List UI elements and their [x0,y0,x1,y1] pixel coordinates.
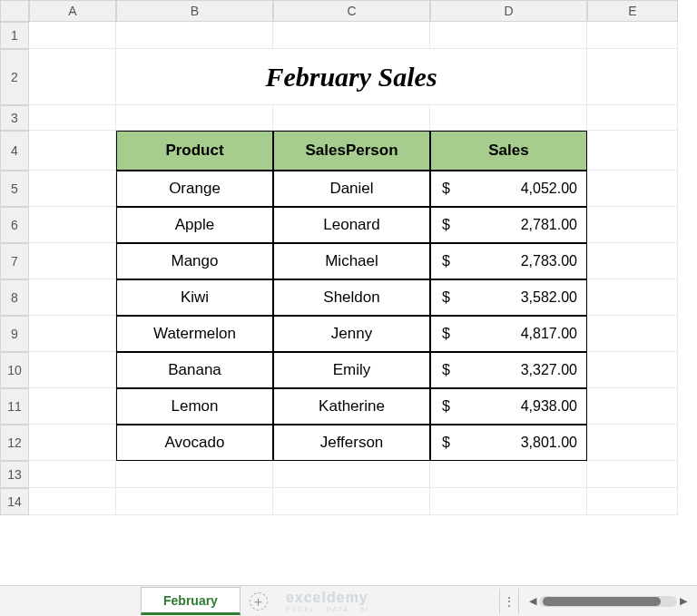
new-sheet-button[interactable]: ＋ [250,592,268,611]
col-header-A[interactable]: A [29,0,116,22]
sales-amount: 2,781.00 [450,217,577,233]
row-header-14[interactable]: 14 [0,488,29,515]
row-header-6[interactable]: 6 [0,207,29,243]
cell-sales[interactable]: $4,817.00 [430,316,587,352]
cell-sales[interactable]: $2,783.00 [430,243,587,279]
row-header-11[interactable]: 11 [0,388,29,425]
row-header-5[interactable]: 5 [0,171,29,207]
cell[interactable] [587,243,678,279]
cell[interactable] [29,316,116,352]
cell-sales[interactable]: $4,938.00 [430,388,587,425]
col-header-C[interactable]: C [273,0,430,22]
row-header-4[interactable]: 4 [0,131,29,171]
cell[interactable] [587,279,678,316]
cell[interactable] [29,207,116,243]
cell[interactable] [29,279,116,316]
spreadsheet-grid[interactable]: A B C D E 1 2 3 4 5 6 7 8 9 10 11 12 13 … [0,0,697,585]
cell-person[interactable]: Daniel [273,171,430,207]
scroll-left-icon[interactable]: ◀ [526,595,539,608]
cell-sales[interactable]: $4,052.00 [430,171,587,207]
cell-person[interactable]: Jefferson [273,425,430,461]
cell[interactable] [587,171,678,207]
cell[interactable] [29,131,116,171]
col-header-B[interactable]: B [116,0,273,22]
cell[interactable] [29,243,116,279]
cell-sales[interactable]: $3,327.00 [430,352,587,388]
horizontal-scrollbar[interactable]: ◀ ▶ [526,594,690,609]
cell[interactable] [587,488,678,515]
cell-person[interactable]: Katherine [273,388,430,425]
cell-person[interactable]: Sheldon [273,279,430,316]
cell[interactable] [587,207,678,243]
tab-menu-button[interactable]: ⋮ [499,589,519,614]
cell-sales[interactable]: $3,801.00 [430,425,587,461]
row-header-10[interactable]: 10 [0,352,29,388]
scrollbar-track[interactable] [539,596,677,607]
cell[interactable] [29,171,116,207]
cell-product[interactable]: Avocado [116,425,273,461]
col-header-E[interactable]: E [587,0,678,22]
cell[interactable] [587,49,678,105]
row-header-8[interactable]: 8 [0,279,29,316]
cell[interactable] [430,461,587,488]
th-sales[interactable]: Sales [430,131,587,171]
cell[interactable] [430,22,587,49]
cell[interactable] [29,461,116,488]
cell-sales[interactable]: $2,781.00 [430,207,587,243]
cell[interactable] [29,105,116,131]
cell[interactable] [587,461,678,488]
cell[interactable] [116,488,273,515]
cell-product[interactable]: Kiwi [116,279,273,316]
row-header-13[interactable]: 13 [0,461,29,488]
cell-product[interactable]: Banana [116,352,273,388]
currency-symbol: $ [442,326,450,342]
cell[interactable] [116,22,273,49]
cell-product[interactable]: Watermelon [116,316,273,352]
cell-product[interactable]: Mango [116,243,273,279]
cell[interactable] [116,461,273,488]
scrollbar-thumb[interactable] [543,597,661,606]
row-header-3[interactable]: 3 [0,105,29,131]
sales-amount: 3,327.00 [450,362,577,378]
cell[interactable] [29,49,116,105]
cell-person[interactable]: Michael [273,243,430,279]
row-header-12[interactable]: 12 [0,425,29,461]
cell[interactable] [273,22,430,49]
select-all-corner[interactable] [0,0,29,22]
row-header-7[interactable]: 7 [0,243,29,279]
cell-person[interactable]: Jenny [273,316,430,352]
cell-product[interactable]: Orange [116,171,273,207]
cell-sales[interactable]: $3,582.00 [430,279,587,316]
cell[interactable] [587,425,678,461]
row-header-2[interactable]: 2 [0,49,29,105]
th-salesperson[interactable]: SalesPerson [273,131,430,171]
row-header-1[interactable]: 1 [0,22,29,49]
cell[interactable] [587,316,678,352]
cell-product[interactable]: Apple [116,207,273,243]
cell[interactable] [29,488,116,515]
col-header-D[interactable]: D [430,0,587,22]
cell-person[interactable]: Emily [273,352,430,388]
cell-person[interactable]: Leonard [273,207,430,243]
cell[interactable] [587,22,678,49]
cell[interactable] [430,488,587,515]
scroll-right-icon[interactable]: ▶ [677,595,690,608]
cell[interactable] [29,425,116,461]
cell[interactable] [587,352,678,388]
cell[interactable] [587,105,678,131]
cell[interactable] [29,388,116,425]
cell[interactable] [273,488,430,515]
cell-product[interactable]: Lemon [116,388,273,425]
th-product[interactable]: Product [116,131,273,171]
page-title[interactable]: February Sales [116,49,587,105]
sheet-tab-february[interactable]: February [141,587,241,615]
cell[interactable] [29,352,116,388]
cell[interactable] [587,388,678,425]
cell[interactable] [273,461,430,488]
cell[interactable] [430,105,587,131]
cell[interactable] [587,131,678,171]
cell[interactable] [29,22,116,49]
row-header-9[interactable]: 9 [0,316,29,352]
cell[interactable] [116,105,273,131]
cell[interactable] [273,105,430,131]
